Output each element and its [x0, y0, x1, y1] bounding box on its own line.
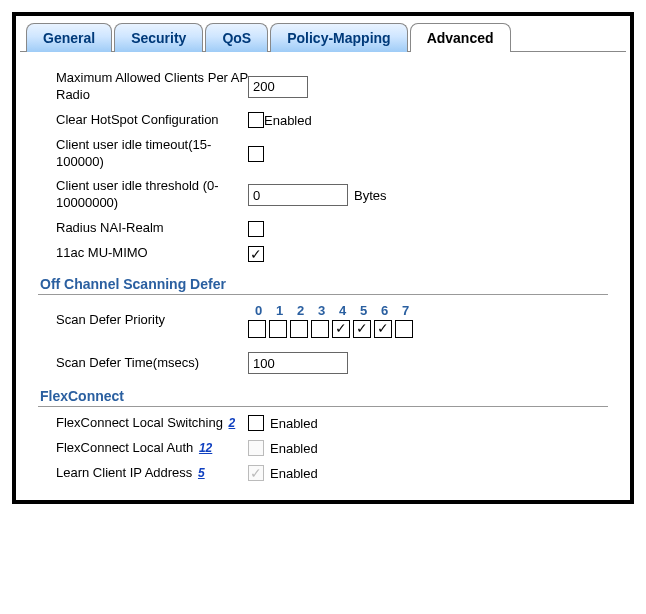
- tab-qos[interactable]: QoS: [205, 23, 268, 52]
- priority-number-1: 1: [269, 303, 290, 318]
- priority-number-3: 3: [311, 303, 332, 318]
- learn-client-ip-enabled-text: Enabled: [270, 466, 318, 481]
- clear-hotspot-label: Clear HotSpot Configuration: [38, 112, 248, 129]
- mu-mimo-label: 11ac MU-MIMO: [38, 245, 248, 262]
- tab-security[interactable]: Security: [114, 23, 203, 52]
- max-clients-label: Maximum Allowed Clients Per AP Radio: [38, 70, 248, 104]
- tab-general[interactable]: General: [26, 23, 112, 52]
- scan-defer-time-label: Scan Defer Time(msecs): [38, 355, 248, 372]
- priority-number-2: 2: [290, 303, 311, 318]
- priority-checkbox-0[interactable]: [248, 320, 266, 338]
- priority-number-6: 6: [374, 303, 395, 318]
- priority-number-5: 5: [353, 303, 374, 318]
- scan-defer-time-input[interactable]: [248, 352, 348, 374]
- off-channel-divider: [38, 294, 608, 295]
- scan-defer-priority-group: 01234567: [248, 303, 416, 338]
- priority-checkbox-6[interactable]: [374, 320, 392, 338]
- priority-checkbox-7[interactable]: [395, 320, 413, 338]
- mu-mimo-checkbox[interactable]: [248, 246, 264, 262]
- priority-checkbox-3[interactable]: [311, 320, 329, 338]
- flex-local-switching-checkbox[interactable]: [248, 415, 264, 431]
- priority-checkbox-2[interactable]: [290, 320, 308, 338]
- footnote-5[interactable]: 5: [198, 466, 205, 480]
- priority-checkbox-5[interactable]: [353, 320, 371, 338]
- tab-advanced[interactable]: Advanced: [410, 23, 511, 52]
- tab-bar: General Security QoS Policy-Mapping Adva…: [20, 22, 626, 52]
- radius-nai-checkbox[interactable]: [248, 221, 264, 237]
- tab-policy-mapping[interactable]: Policy-Mapping: [270, 23, 407, 52]
- client-idle-timeout-checkbox[interactable]: [248, 146, 264, 162]
- bytes-label: Bytes: [354, 188, 387, 203]
- scan-defer-priority-label: Scan Defer Priority: [38, 312, 248, 329]
- footnote-2[interactable]: 2: [229, 416, 236, 430]
- flex-local-switching-enabled-text: Enabled: [270, 416, 318, 431]
- client-idle-threshold-input[interactable]: [248, 184, 348, 206]
- priority-number-0: 0: [248, 303, 269, 318]
- client-idle-threshold-label: Client user idle threshold (0-10000000): [38, 178, 248, 212]
- flexconnect-title: FlexConnect: [40, 388, 608, 404]
- clear-hotspot-checkbox[interactable]: [248, 112, 264, 128]
- learn-client-ip-label: Learn Client IP Address 5: [38, 465, 248, 482]
- max-clients-input[interactable]: [248, 76, 308, 98]
- learn-client-ip-checkbox: [248, 465, 264, 481]
- priority-number-7: 7: [395, 303, 416, 318]
- flex-local-auth-enabled-text: Enabled: [270, 441, 318, 456]
- tab-content: Maximum Allowed Clients Per AP Radio Cle…: [20, 52, 626, 482]
- priority-checkbox-1[interactable]: [269, 320, 287, 338]
- footnote-12[interactable]: 12: [199, 441, 212, 455]
- clear-hotspot-enabled-text: Enabled: [264, 113, 312, 128]
- flexconnect-divider: [38, 406, 608, 407]
- flex-local-switching-label: FlexConnect Local Switching 2: [38, 415, 248, 432]
- priority-checkbox-4[interactable]: [332, 320, 350, 338]
- priority-number-4: 4: [332, 303, 353, 318]
- radius-nai-label: Radius NAI-Realm: [38, 220, 248, 237]
- client-idle-timeout-label: Client user idle timeout(15-100000): [38, 137, 248, 171]
- advanced-panel: General Security QoS Policy-Mapping Adva…: [12, 12, 634, 504]
- flex-local-auth-checkbox: [248, 440, 264, 456]
- off-channel-title: Off Channel Scanning Defer: [40, 276, 608, 292]
- flex-local-auth-label: FlexConnect Local Auth 12: [38, 440, 248, 457]
